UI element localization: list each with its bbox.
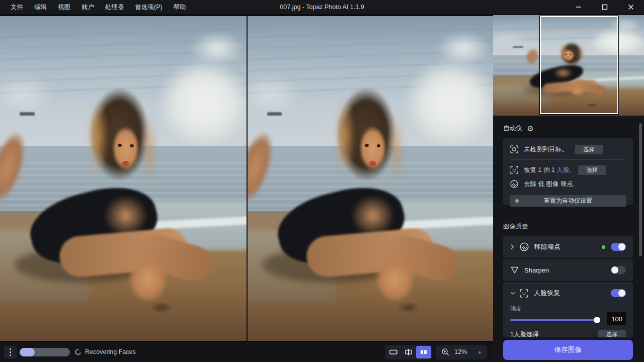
menu-help[interactable]: 帮助 xyxy=(168,0,192,14)
menu-account[interactable]: 账户 xyxy=(76,0,100,14)
spinner-icon xyxy=(74,348,82,356)
menu-edit[interactable]: 编辑 xyxy=(29,0,52,14)
photo-lips xyxy=(122,161,129,166)
noise-status-text: 去除 低 图像 噪点. xyxy=(524,180,575,189)
photo-lips xyxy=(369,161,376,166)
photo-cloud-left xyxy=(493,31,532,47)
face-recovery-icon xyxy=(519,289,529,298)
navigator-viewport[interactable] xyxy=(540,16,618,114)
photo-sand-debris xyxy=(150,302,173,313)
maximize-icon xyxy=(602,4,608,10)
zoom-caret-icon[interactable]: ▲ xyxy=(477,349,482,354)
app-window: 文件 编辑 视图 账户 处理器 首选项(P) 帮助 007.jpg - Topa… xyxy=(0,0,644,362)
strength-slider-knob[interactable] xyxy=(594,317,600,323)
split-view-icon xyxy=(404,348,413,355)
remove-noise-toggle[interactable] xyxy=(611,243,626,251)
subject-select-button[interactable]: 选择 xyxy=(575,145,603,154)
autopilot-header: 自动仪 ⚙ xyxy=(503,124,633,133)
single-view-button[interactable] xyxy=(386,346,401,358)
face-recovery-label: 人脸恢复 xyxy=(534,289,560,298)
photo-hair-glow-left xyxy=(87,98,109,175)
panel-scrollbar[interactable] xyxy=(639,123,642,256)
strength-row: 强度 100 xyxy=(510,305,626,325)
noise-icon xyxy=(510,179,519,189)
autopilot-title: 自动仪 xyxy=(503,124,522,133)
faces-selected-row: 1人脸选择 选择 xyxy=(510,330,626,337)
progress-fill xyxy=(20,348,35,356)
status-bar: Recovering Faces xyxy=(0,342,493,362)
titlebar: 文件 编辑 视图 账户 处理器 首选项(P) 帮助 007.jpg - Topa… xyxy=(0,0,644,15)
reset-autopilot-button[interactable]: 重置为自动仪设置 xyxy=(510,195,626,207)
photo-scene-processed xyxy=(248,16,493,341)
noise-status-row: 去除 低 图像 噪点. xyxy=(510,178,626,190)
sharpen-label: Sharpen xyxy=(524,266,549,274)
face-status-text: 恢复 1 的 1 人脸. xyxy=(524,166,571,174)
side-by-side-view-icon xyxy=(419,348,428,355)
window-controls xyxy=(566,0,644,14)
chevron-right-icon[interactable] xyxy=(510,244,515,250)
image-canvas xyxy=(0,15,493,342)
panel-body: 自动仪 ⚙ 未检测到目标。 选择 xyxy=(493,124,644,360)
sharpen-toggle[interactable] xyxy=(611,266,626,274)
menu-view[interactable]: 视图 xyxy=(52,0,76,14)
sharpen-icon xyxy=(510,265,519,275)
photo-scene xyxy=(0,16,247,341)
close-button[interactable] xyxy=(618,0,644,14)
face-detect-icon xyxy=(510,165,519,174)
status-text: Recovering Faces xyxy=(85,348,136,355)
face-select-button[interactable]: 选择 xyxy=(578,165,606,175)
more-options-button[interactable] xyxy=(4,345,17,359)
subject-detect-icon xyxy=(510,145,519,154)
image-quality-header: 图像质量 xyxy=(503,222,633,231)
face-status-row: 恢复 1 的 1 人脸. 选择 xyxy=(510,164,626,175)
faces-selected-label: 1人脸选择 xyxy=(510,330,539,337)
pane-original[interactable] xyxy=(0,16,247,341)
pane-right-photo-slot xyxy=(248,16,493,341)
face-recovery-header[interactable]: 人脸恢复 xyxy=(510,282,626,304)
photo-hands xyxy=(373,253,417,305)
progress-bar xyxy=(20,348,70,356)
zoom-control[interactable]: 12% ▲ xyxy=(436,345,487,359)
photo-hair-glow-right xyxy=(387,114,405,185)
menu-file[interactable]: 文件 xyxy=(5,0,29,14)
face-count-link[interactable]: 人脸 xyxy=(556,166,569,173)
reset-status-dot xyxy=(515,199,519,203)
pane-processed[interactable] xyxy=(248,16,493,341)
faces-select-button[interactable]: 选择 xyxy=(598,330,626,337)
side-by-side-view-button[interactable] xyxy=(416,346,431,358)
strength-value-box[interactable]: 100 xyxy=(607,312,626,325)
gear-icon[interactable]: ⚙ xyxy=(527,125,534,132)
photo-sand-debris xyxy=(397,302,420,313)
minimize-button[interactable] xyxy=(566,0,592,14)
zoom-in-icon xyxy=(441,348,450,356)
photo-ship xyxy=(20,112,34,116)
remove-noise-card[interactable]: 移除噪点 xyxy=(503,236,633,258)
split-view-button[interactable] xyxy=(401,346,416,358)
face-recovery-toggle[interactable] xyxy=(611,289,626,297)
photo-ship xyxy=(513,46,523,48)
menu-preferences[interactable]: 首选项(P) xyxy=(130,0,168,14)
strength-slider[interactable] xyxy=(510,317,601,323)
remove-noise-icon xyxy=(519,242,529,252)
close-icon xyxy=(628,4,634,10)
chevron-down-icon[interactable] xyxy=(510,291,515,295)
kebab-icon xyxy=(10,348,11,350)
photo-eye-left xyxy=(118,144,122,147)
remove-noise-label: 移除噪点 xyxy=(534,242,560,251)
photo-cloud-top xyxy=(427,26,493,71)
menubar: 文件 编辑 视图 账户 处理器 首选项(P) 帮助 xyxy=(0,0,192,14)
subject-status-row: 未检测到目标。 选择 xyxy=(510,144,626,155)
navigator-thumbnail[interactable] xyxy=(493,15,644,116)
save-image-button[interactable]: 保存图像 xyxy=(503,340,633,360)
autopilot-summary-card: 未检测到目标。 选择 恢复 1 的 1 人脸. xyxy=(503,138,633,205)
face-recovery-card: 人脸恢复 强度 100 xyxy=(503,282,633,337)
minimize-icon xyxy=(576,4,582,10)
zoom-level: 12% xyxy=(454,348,467,355)
card-divider xyxy=(511,159,625,160)
photo-cloud-top xyxy=(180,26,247,71)
sharpen-card[interactable]: Sharpen xyxy=(503,259,633,281)
maximize-button[interactable] xyxy=(592,0,618,14)
menu-processor[interactable]: 处理器 xyxy=(100,0,130,14)
single-view-icon xyxy=(389,348,398,355)
photo-hands xyxy=(126,253,170,305)
